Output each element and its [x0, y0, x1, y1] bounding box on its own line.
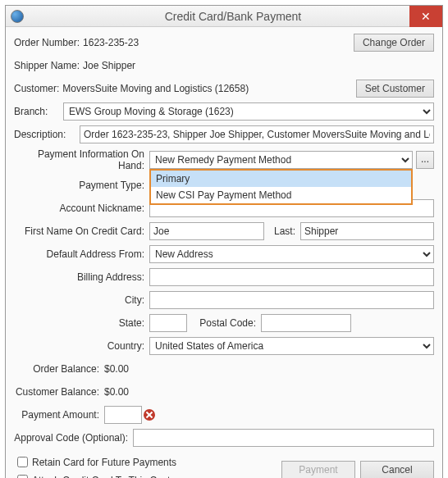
country-select[interactable]: United States of America — [149, 337, 434, 355]
close-button[interactable]: ✕ — [409, 6, 442, 27]
attach-cc-label: Attach Credit Card To This Customer — [32, 475, 193, 479]
window-title: Credit Card/Bank Payment — [24, 10, 442, 23]
approval-code-label: Approval Code (Optional): — [14, 432, 133, 444]
first-name-label: First Name On Credit Card: — [14, 225, 149, 237]
customer-label: Customer: — [14, 83, 59, 94]
customer-balance-label: Customer Balance: — [14, 386, 104, 398]
city-label: City: — [14, 294, 149, 306]
set-customer-button[interactable]: Set Customer — [356, 80, 434, 98]
city-input[interactable] — [149, 291, 434, 309]
order-number-label: Order Number: — [14, 37, 80, 48]
billing-address-input[interactable] — [149, 268, 434, 286]
approval-code-input[interactable] — [133, 429, 434, 447]
state-label: State: — [14, 317, 149, 329]
last-name-input[interactable] — [300, 222, 434, 240]
order-balance-value: $0.00 — [104, 363, 129, 375]
country-label: Country: — [14, 340, 149, 352]
payment-amount-input[interactable] — [104, 406, 142, 424]
error-icon — [144, 409, 155, 421]
payment-button[interactable]: Payment — [281, 461, 355, 478]
change-order-button[interactable]: Change Order — [354, 34, 434, 52]
shipper-name-value: Joe Shipper — [83, 60, 135, 71]
default-address-label: Default Address From: — [14, 248, 149, 260]
customer-balance-value: $0.00 — [104, 386, 129, 398]
titlebar: Credit Card/Bank Payment ✕ — [6, 6, 442, 27]
description-label: Description: — [14, 129, 80, 140]
payment-info-label: Payment Information On Hand: — [14, 148, 149, 171]
postal-label: Postal Code: — [187, 317, 261, 329]
shipper-name-label: Shipper Name: — [14, 60, 80, 71]
postal-input[interactable] — [261, 314, 351, 332]
payment-dialog: Credit Card/Bank Payment ✕ Order Number:… — [5, 5, 443, 478]
app-icon — [11, 10, 24, 23]
branch-select[interactable]: EWS Group Moving & Storage (1623) — [63, 102, 434, 121]
first-name-input[interactable] — [149, 222, 264, 240]
payment-amount-label: Payment Amount: — [14, 409, 104, 421]
order-number-value: 1623-235-23 — [83, 37, 139, 48]
dropdown-option-csi[interactable]: New CSI Pay Payment Method — [151, 187, 411, 203]
dropdown-option-primary[interactable]: Primary — [151, 171, 411, 187]
state-input[interactable] — [149, 314, 187, 332]
payment-info-select[interactable]: New Remedy Payment Method — [149, 151, 413, 169]
close-icon: ✕ — [421, 10, 431, 23]
description-input[interactable] — [80, 125, 434, 143]
retain-card-checkbox[interactable] — [17, 457, 28, 467]
billing-address-label: Billing Address: — [14, 271, 149, 283]
attach-cc-checkbox[interactable] — [17, 475, 28, 478]
default-address-select[interactable]: New Address — [149, 245, 434, 263]
customer-value: MoversSuite Moving and Logistics (12658) — [62, 83, 249, 94]
order-balance-label: Order Balance: — [14, 363, 104, 375]
payment-type-label: Payment Type: — [14, 180, 149, 191]
account-nickname-label: Account Nickname: — [14, 203, 149, 214]
dialog-body: Order Number: 1623-235-23 Change Order S… — [6, 27, 442, 478]
cancel-button[interactable]: Cancel — [360, 461, 434, 478]
last-name-label: Last: — [264, 225, 300, 237]
retain-card-label: Retain Card for Future Payments — [32, 457, 176, 468]
branch-label: Branch: — [14, 106, 63, 117]
payment-info-more-button[interactable]: ... — [416, 151, 434, 169]
payment-info-dropdown-list: Primary New CSI Pay Payment Method — [149, 169, 413, 205]
